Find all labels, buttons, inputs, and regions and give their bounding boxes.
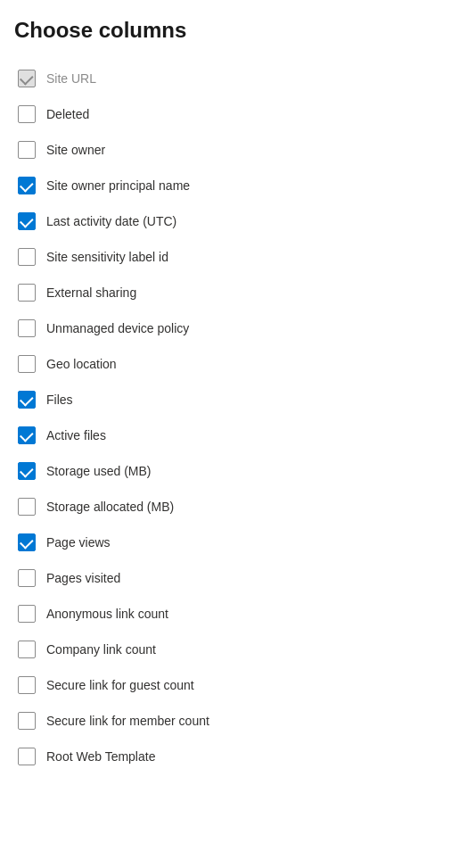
checkbox-item-storage-allocated[interactable]: Storage allocated (MB) — [14, 489, 437, 525]
checkbox-item-secure-link-member-count[interactable]: Secure link for member count — [14, 703, 437, 739]
checkbox-site-url — [18, 70, 36, 87]
checkbox-site-owner-principal-name — [18, 177, 36, 194]
checkbox-external-sharing — [18, 284, 36, 302]
checkbox-item-root-web-template[interactable]: Root Web Template — [14, 739, 437, 774]
checkbox-label-storage-allocated: Storage allocated (MB) — [46, 500, 174, 514]
checkbox-item-site-owner-principal-name[interactable]: Site owner principal name — [14, 168, 437, 203]
checkbox-label-active-files: Active files — [46, 428, 106, 442]
checkbox-storage-used — [18, 462, 36, 480]
checkbox-label-secure-link-guest-count: Secure link for guest count — [46, 678, 194, 692]
checkbox-label-company-link-count: Company link count — [46, 642, 156, 657]
column-list: Site URLDeletedSite ownerSite owner prin… — [14, 61, 437, 774]
checkbox-item-unmanaged-device-policy[interactable]: Unmanaged device policy — [14, 310, 437, 346]
checkbox-page-views — [18, 533, 36, 551]
checkbox-label-storage-used: Storage used (MB) — [46, 464, 152, 478]
checkbox-label-site-url: Site URL — [46, 71, 96, 86]
checkbox-item-site-sensitivity-label-id[interactable]: Site sensitivity label id — [14, 239, 437, 275]
checkbox-item-geo-location[interactable]: Geo location — [14, 346, 437, 382]
checkbox-root-web-template — [18, 748, 36, 765]
checkbox-label-site-sensitivity-label-id: Site sensitivity label id — [46, 250, 168, 264]
checkbox-last-activity-date — [18, 212, 36, 230]
checkbox-secure-link-guest-count — [18, 676, 36, 694]
checkbox-item-site-owner[interactable]: Site owner — [14, 132, 437, 168]
checkbox-label-unmanaged-device-policy: Unmanaged device policy — [46, 321, 189, 335]
checkbox-files — [18, 391, 36, 409]
checkbox-item-secure-link-guest-count[interactable]: Secure link for guest count — [14, 667, 437, 703]
checkbox-anonymous-link-count — [18, 605, 36, 623]
checkbox-label-secure-link-member-count: Secure link for member count — [46, 714, 209, 728]
checkbox-active-files — [18, 426, 36, 444]
checkbox-site-owner — [18, 141, 36, 159]
checkbox-label-geo-location: Geo location — [46, 357, 117, 371]
checkbox-item-last-activity-date[interactable]: Last activity date (UTC) — [14, 203, 437, 239]
checkbox-label-page-views: Page views — [46, 535, 111, 550]
checkbox-storage-allocated — [18, 498, 36, 516]
checkbox-item-anonymous-link-count[interactable]: Anonymous link count — [14, 596, 437, 632]
checkbox-label-anonymous-link-count: Anonymous link count — [46, 607, 168, 621]
checkbox-item-deleted[interactable]: Deleted — [14, 96, 437, 132]
checkbox-site-sensitivity-label-id — [18, 248, 36, 266]
checkbox-label-root-web-template: Root Web Template — [46, 749, 155, 764]
checkbox-secure-link-member-count — [18, 712, 36, 730]
checkbox-label-external-sharing: External sharing — [46, 285, 136, 300]
checkbox-label-site-owner-principal-name: Site owner principal name — [46, 178, 190, 193]
checkbox-item-external-sharing[interactable]: External sharing — [14, 275, 437, 310]
checkbox-label-last-activity-date: Last activity date (UTC) — [46, 214, 176, 228]
checkbox-label-site-owner: Site owner — [46, 143, 105, 157]
checkbox-item-active-files[interactable]: Active files — [14, 417, 437, 453]
checkbox-label-pages-visited: Pages visited — [46, 571, 120, 585]
checkbox-item-pages-visited[interactable]: Pages visited — [14, 560, 437, 596]
checkbox-label-deleted: Deleted — [46, 107, 89, 121]
page-title: Choose columns — [14, 18, 437, 43]
checkbox-deleted — [18, 105, 36, 123]
checkbox-item-page-views[interactable]: Page views — [14, 525, 437, 560]
checkbox-label-files: Files — [46, 393, 73, 407]
checkbox-item-storage-used[interactable]: Storage used (MB) — [14, 453, 437, 489]
checkbox-unmanaged-device-policy — [18, 319, 36, 337]
checkbox-pages-visited — [18, 569, 36, 587]
checkbox-item-files[interactable]: Files — [14, 382, 437, 417]
checkbox-geo-location — [18, 355, 36, 373]
checkbox-company-link-count — [18, 641, 36, 658]
checkbox-item-site-url[interactable]: Site URL — [14, 61, 437, 96]
checkbox-item-company-link-count[interactable]: Company link count — [14, 632, 437, 667]
